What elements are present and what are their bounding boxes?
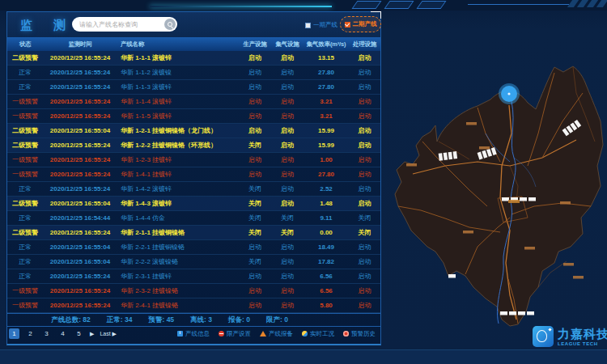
legend-item-info-square[interactable]: 产线信息 — [177, 330, 210, 338]
table-body: 二级预警2020/12/25 16:55:24华新 1-1-1 滚镀锌启动启动1… — [7, 51, 380, 313]
legend-item-limit-circle[interactable]: 限产设置 — [219, 330, 251, 338]
cell-name: 华新 2-1-1 挂镀铜镍铬 — [117, 228, 239, 237]
legend-item-report-triangle[interactable]: 产线报备 — [260, 330, 293, 338]
search-input[interactable] — [72, 21, 164, 28]
table-row[interactable]: 二级预警2020/12/25 16:55:04华新 1-4-3 滚镀锌关闭启动1… — [7, 197, 380, 211]
cell-status: 一级预警 — [7, 286, 43, 295]
table-row[interactable]: 一级预警2020/12/25 16:55:24华新 1-1-4 滚镀锌启动启动3… — [7, 95, 380, 109]
cell-time: 2020/12/25 16:55:24 — [43, 54, 117, 61]
cell-name: 华新 1-4-2 滚镀锌 — [117, 184, 239, 193]
cell-treat: 启动 — [349, 83, 380, 91]
cell-name: 华新 1-4-3 滚镀锌 — [117, 199, 239, 208]
cell-gas: 启动 — [271, 126, 304, 135]
table-row[interactable]: 正常2020/12/25 16:55:04华新 2-2-1 挂镀铜镍铬启动启动1… — [7, 240, 380, 255]
cell-time: 2020/12/25 16:55:24 — [43, 98, 117, 105]
table-row[interactable]: 二级预警2020/12/25 16:55:24华新 1-1-1 滚镀锌启动启动1… — [7, 51, 380, 66]
page-button-2[interactable]: 2 — [25, 328, 36, 339]
column-header: 产线名称 — [117, 40, 239, 49]
district-map[interactable] — [388, 44, 607, 328]
legend-item-realtime-gauge[interactable]: 实时工况 — [302, 330, 334, 338]
cell-status: 二级预警 — [7, 53, 43, 62]
cell-time: 2020/12/25 16:55:24 — [43, 287, 117, 294]
cell-prod: 启动 — [239, 53, 271, 62]
page-button-4[interactable]: 4 — [57, 328, 68, 339]
cell-prod: 启动 — [239, 272, 271, 281]
cell-status: 二级预警 — [7, 126, 43, 135]
cell-eff: 15.99 — [304, 142, 349, 149]
cell-gas: 启动 — [271, 155, 304, 164]
cell-name: 华新 1-1-2 滚镀镍 — [117, 68, 239, 77]
phase1-checkbox[interactable]: 一期产线 — [305, 21, 337, 29]
cell-name: 华新 1-1-1 滚镀锌 — [117, 53, 239, 62]
table-row[interactable]: 一级预警2020/12/25 16:55:24华新 2-3-2 挂镀镍铬启动启动… — [7, 284, 380, 298]
cell-prod: 启动 — [239, 301, 271, 310]
cell-eff: 5.80 — [304, 302, 349, 309]
page-button-5[interactable]: 5 — [74, 328, 84, 339]
search-icon[interactable] — [164, 19, 176, 30]
table-row[interactable]: 一级预警2020/12/25 16:55:24华新 1-1-5 滚镀锌启动启动3… — [7, 109, 380, 124]
table-row[interactable]: 一级预警2020/12/25 16:55:24华新 2-4-1 挂镀镍铬启动启动… — [7, 298, 380, 313]
cell-status: 二级预警 — [7, 228, 43, 237]
legend: 产线信息限产设置产线报备实时工况预警历史 — [177, 330, 376, 338]
summary-item: 产线总数: 82 — [51, 315, 91, 325]
cell-eff: 3.21 — [304, 98, 349, 105]
cell-status: 一级预警 — [7, 301, 43, 310]
info-square-icon — [177, 331, 183, 336]
table-row[interactable]: 正常2020/12/25 16:55:04华新 2-2-2 滚镀镍铬关闭启动17… — [7, 255, 380, 269]
footer-row: 12345▶Last ▶ 产线信息限产设置产线报备实时工况预警历史 — [7, 326, 380, 341]
table-row[interactable]: 正常2020/12/25 16:55:24华新 1-1-2 滚镀镍启动启动27.… — [7, 66, 380, 80]
cell-name: 华新 1-2-2 挂镀铜镍铬（环形线） — [117, 141, 239, 150]
cell-name: 华新 2-3-2 挂镀镍铬 — [117, 286, 239, 295]
cell-prod: 关闭 — [239, 228, 271, 237]
cell-prod: 启动 — [239, 155, 271, 164]
cell-eff: 3.21 — [304, 112, 349, 120]
cell-eff: 18.49 — [304, 243, 349, 251]
summary-bar: 产线总数: 82正常: 34预警: 45离线: 3报备: 0限产: 0 — [7, 313, 380, 326]
cell-time: 2020/12/25 16:55:24 — [43, 69, 117, 76]
logo-star-glyph — [548, 328, 551, 331]
cell-treat: 启动 — [349, 286, 380, 295]
legend-label: 产线信息 — [185, 330, 210, 338]
table-row[interactable]: 正常2020/12/25 16:54:44华新 1-4-4 仿金关闭关闭9.11… — [7, 211, 380, 226]
cell-prod: 关闭 — [239, 199, 271, 208]
cell-name: 华新 1-1-4 滚镀锌 — [117, 97, 239, 106]
last-page-button[interactable]: Last ▶ — [100, 331, 117, 337]
table-row[interactable]: 一级预警2020/12/25 16:55:24华新 1-2-3 挂镀锌启动启动1… — [7, 153, 380, 167]
cell-eff: 15.99 — [304, 127, 349, 134]
table-row[interactable]: 二级预警2020/12/25 16:55:24华新 2-1-1 挂镀铜镍铬关闭关… — [7, 226, 380, 240]
legend-item-alert-history-dot[interactable]: 预警历史 — [343, 330, 376, 338]
page-button-1[interactable]: 1 — [9, 328, 19, 339]
cell-time: 2020/12/25 16:55:24 — [43, 185, 117, 193]
pagination: 12345▶Last ▶ — [9, 328, 117, 339]
cell-treat: 关闭 — [349, 228, 380, 237]
top-decor-bar — [0, 0, 607, 11]
page-button-3[interactable]: 3 — [41, 328, 52, 339]
logo-icon — [533, 326, 554, 347]
cell-treat: 启动 — [349, 243, 380, 252]
trapezoid-decor — [351, 1, 381, 9]
cell-treat: 启动 — [349, 199, 380, 208]
cell-treat: 启动 — [349, 184, 380, 193]
legend-label: 预警历史 — [351, 330, 376, 338]
cell-status: 一级预警 — [7, 155, 43, 164]
cell-prod: 启动 — [239, 243, 271, 252]
table-row[interactable]: 二级预警2020/12/25 16:55:04华新 1-2-1 挂镀铜镍铬（龙门… — [7, 124, 380, 138]
checkbox-unchecked-icon[interactable] — [305, 23, 311, 28]
table-row[interactable]: 正常2020/12/25 16:55:24华新 1-1-3 滚镀锌启动启动27.… — [7, 80, 380, 95]
table-row[interactable]: 一级预警2020/12/25 16:55:24华新 1-4-1 挂镀锌启动启动2… — [7, 167, 380, 182]
cell-gas: 启动 — [271, 53, 304, 62]
phase2-button[interactable]: 二期产线 — [340, 16, 381, 32]
map-cluster-marker[interactable] — [499, 83, 520, 104]
cell-status: 正常 — [7, 68, 43, 77]
bottom-band — [0, 349, 607, 364]
cell-gas: 关闭 — [271, 214, 304, 222]
table-row[interactable]: 正常2020/12/25 16:55:24华新 2-3-1 挂镀锌启动启动6.5… — [7, 269, 380, 284]
next-page-button[interactable]: ▶ — [90, 331, 94, 337]
table-row[interactable]: 二级预警2020/12/25 16:55:24华新 1-2-2 挂镀铜镍铬（环形… — [7, 138, 380, 153]
table-row[interactable]: 正常2020/12/25 16:55:24华新 1-4-2 滚镀锌关闭启动2.5… — [7, 182, 380, 197]
limit-circle-icon — [219, 331, 224, 336]
summary-item: 报备: 0 — [228, 315, 250, 325]
cell-gas: 关闭 — [271, 228, 304, 237]
cell-gas: 启动 — [271, 286, 304, 295]
checkbox-checked-icon[interactable] — [345, 22, 350, 28]
